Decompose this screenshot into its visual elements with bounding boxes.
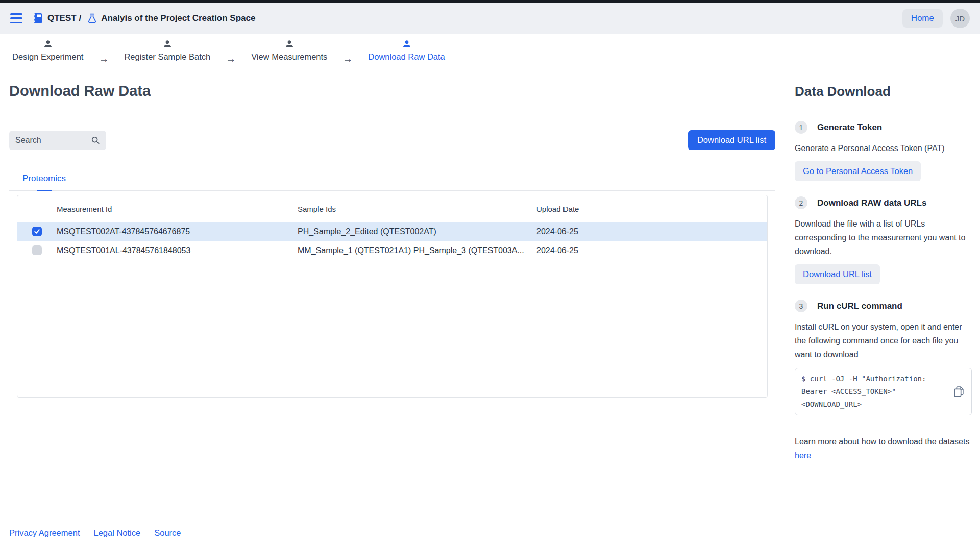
cell-measurement-id: MSQTEST002AT-437845764676875 — [57, 227, 298, 236]
source-link[interactable]: Source — [154, 528, 181, 538]
step-design-experiment[interactable]: Design Experiment — [12, 39, 83, 62]
step-number-badge: 3 — [795, 300, 807, 312]
row-checkbox-unchecked[interactable] — [32, 245, 42, 255]
step-label: View Measurements — [251, 52, 327, 62]
cell-upload-date: 2024-06-25 — [536, 246, 767, 255]
arrow-right-icon: → — [99, 53, 109, 65]
cell-upload-date: 2024-06-25 — [536, 227, 767, 236]
step-description: Install cURL on your system, open it and… — [795, 320, 972, 361]
table-row[interactable]: MSQTEST001AL-437845761848053 MM_Sample_1… — [17, 241, 767, 260]
footer: Privacy Agreement Legal Notice Source — [0, 522, 980, 544]
main-content: Download Raw Data Download URL list Prot… — [0, 68, 785, 522]
step-title: Generate Token — [817, 122, 882, 133]
breadcrumb: QTEST / Analyis of the Project Creation … — [33, 13, 255, 24]
step-label: Register Sample Batch — [124, 52, 210, 62]
person-icon — [284, 39, 295, 50]
step-view-measurements[interactable]: View Measurements — [251, 39, 327, 62]
step-number-badge: 2 — [795, 196, 807, 209]
go-to-personal-access-token-button[interactable]: Go to Personal Access Token — [795, 161, 921, 181]
here-link[interactable]: here — [795, 451, 811, 460]
learn-more-text: Learn more about how to download the dat… — [795, 435, 972, 462]
step-label: Download Raw Data — [368, 52, 445, 62]
tab-proteomics[interactable]: Proteomics — [20, 174, 68, 190]
cell-measurement-id: MSQTEST001AL-437845761848053 — [57, 246, 298, 255]
cell-sample-ids: PH_Sample_2_Edited (QTEST002AT) — [298, 227, 536, 236]
tab-active-indicator — [37, 190, 52, 192]
step-register-sample-batch[interactable]: Register Sample Batch — [124, 39, 210, 62]
privacy-agreement-link[interactable]: Privacy Agreement — [9, 528, 80, 538]
row-checkbox-checked[interactable] — [32, 227, 42, 236]
search-icon — [91, 136, 100, 145]
step-label: Design Experiment — [12, 52, 83, 62]
menu-icon[interactable] — [10, 13, 22, 23]
breadcrumb-project-code[interactable]: QTEST / — [47, 13, 81, 23]
legal-notice-link[interactable]: Legal Notice — [93, 528, 140, 538]
step-title: Download RAW data URLs — [817, 198, 926, 208]
measurements-table: Measurement Id Sample Ids Upload Date MS… — [17, 195, 768, 398]
download-url-list-button[interactable]: Download URL list — [688, 130, 775, 150]
tab-bar: Proteomics — [9, 174, 775, 191]
table-header-row: Measurement Id Sample Ids Upload Date — [17, 195, 767, 222]
page-title: Download Raw Data — [9, 83, 775, 100]
tab-label: Proteomics — [22, 174, 66, 183]
curl-code-block: $ curl -OJ -H "Authorization: Bearer <AC… — [795, 368, 972, 415]
person-icon — [162, 39, 173, 50]
download-url-list-side-button[interactable]: Download URL list — [795, 264, 880, 284]
learn-more-prefix: Learn more about how to download the dat… — [795, 437, 969, 446]
copy-icon[interactable] — [952, 385, 965, 398]
panel-title: Data Download — [795, 84, 972, 100]
column-header-measurement-id: Measurement Id — [57, 205, 298, 213]
person-icon — [43, 39, 53, 50]
avatar[interactable]: JD — [950, 9, 970, 28]
app-header: QTEST / Analyis of the Project Creation … — [0, 3, 980, 34]
search-input[interactable] — [15, 136, 91, 145]
step-number-badge: 1 — [795, 121, 807, 134]
column-header-sample-ids: Sample Ids — [298, 205, 536, 213]
data-download-panel: Data Download 1 Generate Token Generate … — [785, 68, 980, 522]
arrow-right-icon: → — [226, 53, 236, 65]
table-row[interactable]: MSQTEST002AT-437845764676875 PH_Sample_2… — [17, 222, 767, 241]
flask-icon — [88, 13, 96, 23]
notebook-icon — [33, 13, 43, 24]
cell-sample-ids: MM_Sample_1 (QTEST021A1) PH_Sample_3 (QT… — [298, 246, 536, 255]
step-description: Generate a Personal Access Token (PAT) — [795, 141, 972, 155]
home-button[interactable]: Home — [902, 9, 943, 28]
curl-command: $ curl -OJ -H "Authorization: Bearer <AC… — [801, 373, 948, 411]
step-download-raw-data[interactable]: Download Raw Data — [368, 39, 445, 62]
person-icon — [402, 39, 412, 50]
breadcrumb-project-title[interactable]: Analyis of the Project Creation Space — [101, 13, 255, 23]
arrow-right-icon: → — [342, 53, 353, 65]
workflow-steps: Design Experiment → Register Sample Batc… — [0, 34, 980, 68]
step-description: Download the file with a list of URLs co… — [795, 217, 972, 258]
column-header-upload-date: Upload Date — [536, 205, 767, 213]
search-box — [9, 131, 106, 150]
step-title: Run cURL command — [817, 301, 902, 311]
